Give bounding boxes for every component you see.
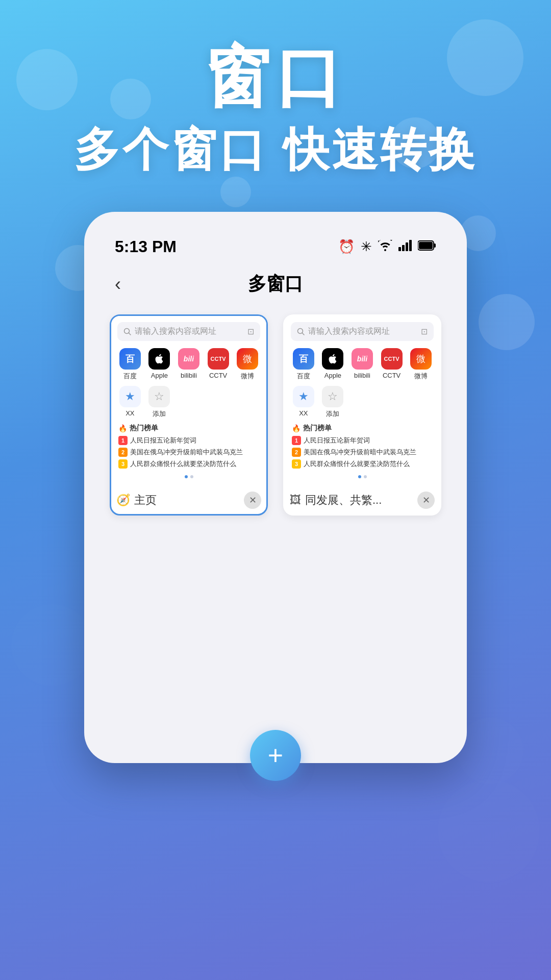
fav-xx-2[interactable]: ★ XX xyxy=(291,386,316,419)
tab-footer-1: 🧭 主页 ✕ xyxy=(111,484,266,514)
dot-indicator-1 xyxy=(117,471,260,480)
bilibili-icon-2: bili xyxy=(352,348,373,370)
address-placeholder-2: 请输入搜索内容或网址 xyxy=(308,326,390,337)
quick-icons-1: 百 百度 Apple bili bilibili CCTV xyxy=(117,348,260,381)
status-icons: ⏰ ✳ xyxy=(338,239,436,255)
address-bar-2[interactable]: 请输入搜索内容或网址 ⊡ xyxy=(291,322,434,341)
svg-rect-0 xyxy=(398,247,401,251)
dot-active-1 xyxy=(185,475,188,478)
svg-line-8 xyxy=(129,333,131,335)
tab-footer-label-2: 同发展、共繁... xyxy=(305,493,382,508)
hot-list-2: 🔥 热门榜单 1 人民日报五论新年贺词 2 美国在俄乌冲突升级前暗中武装乌克兰 … xyxy=(291,424,434,469)
apple-icon-2 xyxy=(322,348,343,370)
mini-browser-1: 请输入搜索内容或网址 ⊡ 百 百度 Apple xyxy=(111,316,266,484)
cctv-icon-2: CCTV xyxy=(381,348,403,370)
battery-icon xyxy=(418,239,436,255)
baidu-icon-1: 百 xyxy=(119,348,141,370)
svg-rect-1 xyxy=(402,245,405,251)
hot-list-1: 🔥 热门榜单 1 人民日报五论新年贺词 2 美国在俄乌冲突升级前暗中武装乌克兰 … xyxy=(117,424,260,469)
baidu-icon-2: 百 xyxy=(293,348,314,370)
weibo-icon-2: 微 xyxy=(410,348,432,370)
fav-add-1[interactable]: ☆ 添加 xyxy=(147,386,172,419)
tab-card-2[interactable]: 请输入搜索内容或网址 ⊡ 百 百度 Apple xyxy=(283,314,441,516)
quick-icon-weibo-1[interactable]: 微 微博 xyxy=(235,348,260,381)
status-time: 5:13 PM xyxy=(115,237,177,256)
search-icon-2 xyxy=(297,328,305,336)
svg-line-10 xyxy=(302,333,304,335)
search-icon-1 xyxy=(123,328,132,336)
quick-icon-baidu-1[interactable]: 百 百度 xyxy=(117,348,143,381)
fav-add-2[interactable]: ☆ 添加 xyxy=(320,386,346,419)
quick-icon-apple-1[interactable]: Apple xyxy=(147,348,172,381)
quick-icon-bilibili-2[interactable]: bili bilibili xyxy=(349,348,375,381)
quick-icon-apple-2[interactable]: Apple xyxy=(320,348,346,381)
hot-item-1-1[interactable]: 1 人民日报五论新年贺词 xyxy=(118,436,259,445)
apple-icon-1 xyxy=(148,348,170,370)
quick-icon-bilibili-1[interactable]: bili bilibili xyxy=(176,348,202,381)
cctv-icon-1: CCTV xyxy=(208,348,229,370)
signal-icon xyxy=(398,239,412,255)
tab-footer-icon-2: 🖼 xyxy=(290,494,301,507)
hot-item-2-3[interactable]: 3 人民群众痛恨什么就要坚决防范什么 xyxy=(292,459,433,469)
baidu-label-1: 百度 xyxy=(123,372,137,381)
alarm-icon: ⏰ xyxy=(338,239,355,255)
nav-title: 多窗口 xyxy=(248,272,303,297)
svg-rect-3 xyxy=(409,240,412,251)
dot-1 xyxy=(190,475,193,478)
svg-rect-5 xyxy=(434,243,436,248)
nav-bar: ‹ 多窗口 xyxy=(105,266,446,309)
mini-browser-2: 请输入搜索内容或网址 ⊡ 百 百度 Apple xyxy=(285,316,440,484)
hot-header-2: 🔥 热门榜单 xyxy=(292,424,433,433)
cctv-label-1: CCTV xyxy=(209,372,227,379)
apple-label-1: Apple xyxy=(151,372,168,379)
wifi-icon xyxy=(378,239,392,255)
tab-close-btn-2[interactable]: ✕ xyxy=(417,492,435,509)
add-tab-button[interactable]: + xyxy=(250,730,301,781)
fav-xx-1[interactable]: ★ XX xyxy=(117,386,143,419)
fav-row-2: ★ XX ☆ 添加 xyxy=(291,386,434,419)
expand-icon-1: ⊡ xyxy=(247,327,254,336)
address-bar-1[interactable]: 请输入搜索内容或网址 ⊡ xyxy=(117,322,260,341)
tab-card-1[interactable]: 请输入搜索内容或网址 ⊡ 百 百度 Apple xyxy=(110,314,268,516)
status-bar: 5:13 PM ⏰ ✳ xyxy=(105,232,446,266)
bluetooth-icon: ✳ xyxy=(361,239,372,255)
dot-2 xyxy=(364,475,367,478)
weibo-label-1: 微博 xyxy=(241,372,254,381)
page-title-sub: 多个窗口 快速转换 xyxy=(0,119,551,181)
quick-icon-weibo-2[interactable]: 微 微博 xyxy=(408,348,434,381)
quick-icon-cctv-1[interactable]: CCTV CCTV xyxy=(206,348,231,381)
tab-footer-2: 🖼 同发展、共繁... ✕ xyxy=(285,484,440,514)
bilibili-label-1: bilibili xyxy=(181,372,197,379)
hot-header-1: 🔥 热门榜单 xyxy=(118,424,259,433)
svg-rect-2 xyxy=(406,242,408,251)
tabs-grid: 请输入搜索内容或网址 ⊡ 百 百度 Apple xyxy=(105,309,446,521)
bilibili-icon-1: bili xyxy=(178,348,199,370)
header-section: 窗口 多个窗口 快速转换 xyxy=(0,0,551,181)
dot-indicator-2 xyxy=(291,471,434,480)
hot-item-1-3[interactable]: 3 人民群众痛恨什么就要坚决防范什么 xyxy=(118,459,259,469)
page-title-main: 窗口 xyxy=(0,41,551,114)
quick-icons-2: 百 百度 Apple bili bilibili CCTV xyxy=(291,348,434,381)
hot-item-1-2[interactable]: 2 美国在俄乌冲突升级前暗中武装乌克兰 xyxy=(118,448,259,457)
tab-footer-icon-1: 🧭 xyxy=(116,494,130,507)
weibo-icon-1: 微 xyxy=(237,348,258,370)
quick-icon-baidu-2[interactable]: 百 百度 xyxy=(291,348,316,381)
fav-row-1: ★ XX ☆ 添加 xyxy=(117,386,260,419)
address-placeholder-1: 请输入搜索内容或网址 xyxy=(135,326,216,337)
tab-close-btn-1[interactable]: ✕ xyxy=(244,492,261,509)
tab-footer-label-1: 主页 xyxy=(134,493,157,508)
hot-item-2-2[interactable]: 2 美国在俄乌冲突升级前暗中武装乌克兰 xyxy=(292,448,433,457)
hot-item-2-1[interactable]: 1 人民日报五论新年贺词 xyxy=(292,436,433,445)
svg-rect-6 xyxy=(419,242,433,249)
dot-active-2 xyxy=(358,475,361,478)
phone-mockup: 5:13 PM ⏰ ✳ ‹ 多窗口 xyxy=(84,212,467,763)
expand-icon-2: ⊡ xyxy=(421,327,428,336)
quick-icon-cctv-2[interactable]: CCTV CCTV xyxy=(379,348,405,381)
back-button[interactable]: ‹ xyxy=(115,274,121,295)
